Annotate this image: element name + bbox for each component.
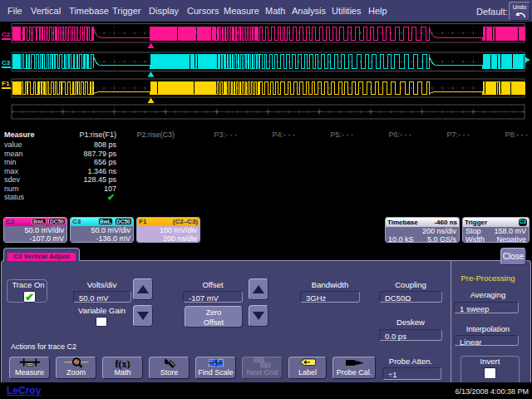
svg-text:F1: F1 <box>2 80 10 87</box>
svg-text:C3: C3 <box>2 59 11 66</box>
svg-text:C2: C2 <box>2 31 11 38</box>
